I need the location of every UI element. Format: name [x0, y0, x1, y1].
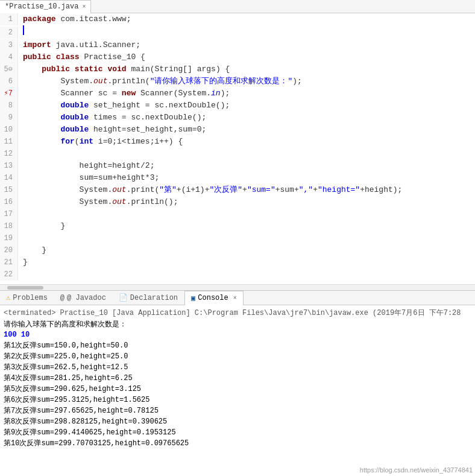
- tab-bar: *Practise_10.java ×: [0, 0, 475, 13]
- console-output-line: 第8次反弹sum=298.828125,height=0.390625: [4, 416, 471, 427]
- code-line-3: 3 import java.util.Scanner;: [0, 39, 475, 51]
- console-input-value: 100 10: [4, 331, 471, 339]
- code-line-14: 14 sum=sum+height*3;: [0, 172, 475, 184]
- console-output-line: 第3次反弹sum=262.5,height=12.5: [4, 362, 471, 373]
- console-output-line: 第2次反弹sum=225.0,height=25.0: [4, 351, 471, 362]
- console-output-line: 第6次反弹sum=295.3125,height=1.5625: [4, 395, 471, 405]
- console-output-line: 第5次反弹sum=290.625,height=3.125: [4, 384, 471, 395]
- console-terminated-line: <terminated> Practise_10 [Java Applicati…: [4, 308, 471, 318]
- code-line-20: 20 }: [0, 244, 475, 256]
- code-line-8: 8 double set_height = sc.nextDouble();: [0, 100, 475, 112]
- console-output-line: 第7次反弹sum=297.65625,height=0.78125: [4, 405, 471, 416]
- code-line-16: 16 System.out.println();: [0, 196, 475, 208]
- problems-icon: ⚠: [6, 293, 10, 302]
- tab-console[interactable]: ▣ Console ×: [184, 291, 244, 305]
- code-line-15: 15 System.out.print("第"+(i+1)+"次反弹"+"sum…: [0, 184, 475, 196]
- console-area: <terminated> Practise_10 [Java Applicati…: [0, 305, 475, 476]
- console-output-line: 第10次反弹sum=299.70703125,height=0.09765625: [4, 438, 471, 449]
- tab-javadoc-label: @ Javadoc: [67, 294, 106, 302]
- code-lines: 1 package com.itcast.www; 2 3 import jav…: [0, 13, 475, 284]
- code-line-9: 9 double times = sc.nextDouble();: [0, 112, 475, 124]
- code-line-2: 2: [0, 25, 475, 39]
- declaration-icon: 📄: [119, 293, 128, 302]
- editor-container: *Practise_10.java × 1 package com.itcast…: [0, 0, 475, 476]
- scrollbar-thumb[interactable]: [7, 286, 43, 290]
- console-prompt-line: 请你输入球落下的高度和求解次数是：: [4, 319, 471, 329]
- tab-problems-label: Problems: [13, 294, 48, 302]
- console-icon: ▣: [191, 294, 195, 303]
- tab-filename: *Practise_10.java: [5, 2, 78, 11]
- code-line-18: 18 }: [0, 220, 475, 232]
- javadoc-icon: @: [60, 294, 64, 302]
- code-line-5: 5⊖ public static void main(String[] args…: [0, 63, 475, 75]
- code-line-13: 13 height=height/2;: [0, 160, 475, 172]
- code-line-7: ⚡7 Scanner sc = new Scanner(System.in);: [0, 87, 475, 100]
- tab-console-label: Console: [198, 294, 228, 302]
- code-line-19: 19: [0, 232, 475, 244]
- bottom-panel: ⚠ Problems @ @ Javadoc 📄 Declaration ▣ C…: [0, 291, 475, 476]
- tab-declaration[interactable]: 📄 Declaration: [113, 291, 184, 305]
- code-line-6: 6 System.out.println("请你输入球落下的高度和求解次数是："…: [0, 75, 475, 87]
- console-output-line: 第1次反弹sum=150.0,height=50.0: [4, 340, 471, 351]
- editor-tab[interactable]: *Practise_10.java ×: [0, 0, 91, 13]
- watermark: https://blog.csdn.net/weixin_43774841: [360, 466, 473, 474]
- console-output-line: 第4次反弹sum=281.25,height=6.25: [4, 373, 471, 384]
- code-line-11: 11 for(int i=0;i<times;i++) {: [0, 136, 475, 148]
- console-close-icon[interactable]: ×: [233, 295, 237, 302]
- tab-close-icon[interactable]: ×: [82, 4, 86, 10]
- tab-declaration-label: Declaration: [130, 294, 178, 302]
- code-line-1: 1 package com.itcast.www;: [0, 13, 475, 25]
- code-editor[interactable]: 1 package com.itcast.www; 2 3 import jav…: [0, 13, 475, 291]
- tab-javadoc[interactable]: @ @ Javadoc: [54, 291, 113, 305]
- code-line-17: 17: [0, 208, 475, 220]
- console-output-line: 第9次反弹sum=299.4140625,height=0.1953125: [4, 427, 471, 438]
- code-line-22: 22: [0, 268, 475, 281]
- code-line-10: 10 double height=set_height,sum=0;: [0, 124, 475, 136]
- bottom-tabs: ⚠ Problems @ @ Javadoc 📄 Declaration ▣ C…: [0, 291, 475, 305]
- tab-problems[interactable]: ⚠ Problems: [0, 291, 54, 305]
- code-horizontal-scrollbar[interactable]: [0, 284, 475, 290]
- code-line-4: 4 public class Practise_10 {: [0, 51, 475, 63]
- code-line-12: 12: [0, 148, 475, 160]
- console-output: 第1次反弹sum=150.0,height=50.0第2次反弹sum=225.0…: [4, 340, 471, 449]
- code-line-21: 21 }: [0, 256, 475, 268]
